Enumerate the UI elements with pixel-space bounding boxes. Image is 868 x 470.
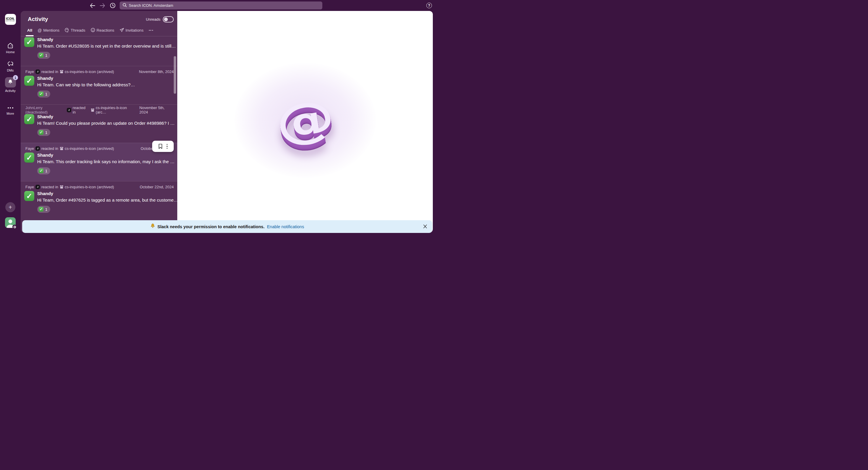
banner-text: Slack needs your permission to enable no…	[157, 224, 265, 229]
message-preview: Hi Team. This order tracking link says n…	[37, 159, 175, 165]
white-check-mark-emoji: ✓	[39, 130, 43, 135]
reaction-pill[interactable]: ✓ 1	[37, 167, 50, 174]
item-date: November 5th, 2024	[140, 106, 174, 114]
sidebar-item-home[interactable]: Home	[0, 42, 21, 54]
workspace-subname: AMSTERDAM	[6, 20, 15, 22]
custom-emoji-badge	[35, 146, 40, 151]
custom-emoji-badge	[35, 69, 40, 74]
history-clock-icon[interactable]	[110, 3, 116, 8]
back-icon[interactable]	[90, 3, 95, 8]
actor-name: Faye	[25, 146, 34, 151]
archived-channel-icon	[91, 108, 95, 112]
activity-list-item[interactable]: ✓ Shandy Hi Team. Order #US28035 is not …	[21, 37, 177, 66]
white-check-mark-emoji: ✓	[24, 191, 34, 201]
user-menu	[0, 217, 21, 228]
tab-invitations[interactable]: Invitations	[120, 25, 144, 36]
sidebar-item-label: Home	[6, 50, 15, 54]
message-preview: Hi Team, Order #497625 is tagged as a re…	[37, 197, 177, 203]
white-check-mark-emoji: ✓	[24, 37, 34, 47]
tab-all[interactable]: All	[27, 25, 32, 36]
custom-emoji-badge	[67, 108, 71, 112]
activity-list-item[interactable]: Faye reacted in cs-inquiries-b-icon (arc…	[21, 66, 177, 104]
avatar[interactable]	[5, 217, 16, 228]
message-hover-toolbar	[152, 141, 174, 152]
activity-tabs: All @ Mentions Threads Reactions	[21, 25, 177, 36]
activity-list-item[interactable]: JohnLerry (deactivated) reacted in cs-in…	[21, 104, 177, 143]
forward-icon[interactable]	[99, 3, 105, 8]
channel-link[interactable]: cs-inquiries-b-icon (archived)	[60, 185, 114, 189]
workspace-logo[interactable]: ICON. AMSTERDAM	[5, 14, 16, 25]
message-author: Shandy	[37, 37, 176, 42]
sidebar-item-label: Activity	[5, 89, 16, 92]
content-container: Activity Unreads All @ Mentions	[21, 11, 433, 233]
notification-permission-banner: Slack needs your permission to enable no…	[22, 220, 432, 233]
mentions-empty-state-glow: @	[234, 63, 376, 178]
message-preview: Hi Team. Can we ship to the following ad…	[37, 82, 135, 88]
tab-reactions[interactable]: Reactions	[91, 25, 114, 36]
reaction-pill[interactable]: ✓ 1	[37, 52, 50, 59]
bell-icon	[7, 79, 13, 86]
workspace-switcher[interactable]: ICON. AMSTERDAM	[0, 14, 21, 25]
search-icon	[123, 3, 127, 8]
bookmark-icon[interactable]	[158, 144, 162, 149]
white-check-mark-emoji: ✓	[39, 207, 43, 212]
sidebar-item-activity[interactable]: 1 Activity	[0, 77, 21, 92]
archived-channel-icon	[60, 147, 64, 150]
channel-link[interactable]: cs-inquiries-b-icon (arc…	[91, 106, 138, 114]
message-author: Shandy	[37, 76, 135, 81]
smiley-icon	[91, 28, 95, 33]
threads-icon	[65, 28, 69, 33]
page-title: Activity	[28, 16, 48, 23]
message-author: Shandy	[37, 191, 177, 196]
enable-notifications-link[interactable]: Enable notifications	[267, 224, 304, 229]
tab-threads[interactable]: Threads	[65, 25, 85, 36]
channel-link[interactable]: cs-inquiries-b-icon (archived)	[60, 146, 114, 151]
white-check-mark-emoji: ✓	[24, 114, 34, 124]
tabs-overflow-button[interactable]	[149, 25, 153, 36]
item-date: November 8th, 2024	[139, 69, 174, 74]
app-body: ICON. AMSTERDAM Home DMs 1 Activity	[0, 11, 434, 235]
search-bar[interactable]	[120, 1, 322, 9]
message-preview: Hi Team. Order #US28035 is not yet in th…	[37, 43, 176, 49]
mention-at-icon: @	[37, 28, 42, 33]
workspace-rail: ICON. AMSTERDAM Home DMs 1 Activity	[0, 11, 21, 235]
create-new-group: +	[0, 202, 21, 212]
more-options-kebab-icon[interactable]	[167, 144, 168, 149]
dms-icon	[7, 61, 14, 67]
panel-scrollbar[interactable]	[174, 56, 176, 94]
bell-emoji	[150, 224, 155, 230]
unreads-control: Unreads	[146, 16, 174, 23]
sidebar-item-more[interactable]: More	[0, 106, 21, 115]
activity-list-item[interactable]: Faye reacted in cs-inquiries-b-icon (arc…	[21, 181, 177, 219]
activity-panel: Activity Unreads All @ Mentions	[21, 11, 177, 233]
reaction-pill[interactable]: ✓ 1	[37, 129, 50, 136]
tab-mentions[interactable]: @ Mentions	[37, 25, 59, 36]
workspace-name: ICON.	[6, 17, 15, 20]
help-icon[interactable]: ?	[426, 3, 432, 8]
white-check-mark-emoji: ✓	[39, 169, 43, 173]
close-icon[interactable]	[423, 224, 428, 229]
sidebar-item-label: More	[6, 112, 14, 115]
reaction-pill[interactable]: ✓ 1	[37, 206, 50, 213]
custom-emoji-badge	[35, 185, 40, 189]
white-check-mark-emoji: ✓	[39, 53, 43, 58]
channel-link[interactable]: cs-inquiries-b-icon (archived)	[60, 69, 114, 74]
actor-name-deactivated: JohnLerry (deactivated)	[25, 106, 65, 114]
actor-name: Faye	[25, 185, 34, 189]
panel-header: Activity Unreads	[21, 11, 177, 23]
white-check-mark-emoji: ✓	[24, 152, 34, 163]
reaction-pill[interactable]: ✓ 1	[37, 90, 50, 97]
activity-list: ✓ Shandy Hi Team. Order #US28035 is not …	[21, 37, 177, 233]
plus-button[interactable]: +	[5, 202, 16, 212]
activity-active-highlight: 1	[5, 77, 16, 88]
activity-badge: 1	[13, 75, 18, 80]
main-content: @	[177, 11, 433, 233]
white-check-mark-emoji: ✓	[39, 92, 43, 96]
actor-name: Faye	[25, 69, 34, 74]
unreads-toggle[interactable]	[163, 16, 174, 23]
paper-plane-icon	[120, 28, 124, 33]
sidebar-item-dms[interactable]: DMs	[0, 61, 21, 72]
at-symbol-3d-illustration: @	[272, 92, 338, 148]
search-input[interactable]	[129, 3, 319, 8]
archived-channel-icon	[60, 70, 64, 74]
